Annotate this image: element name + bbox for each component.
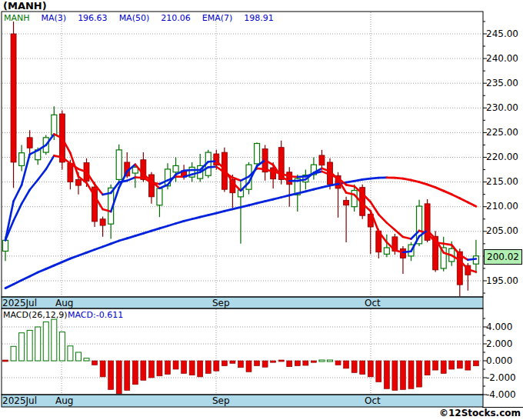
macd-bar (449, 361, 455, 369)
price-axis-label: 205.00 (486, 225, 518, 236)
macd-bar (311, 361, 316, 362)
macd-bar (27, 330, 32, 361)
candle-up (3, 240, 8, 251)
macd-bar (255, 361, 260, 366)
macd-bar (368, 361, 373, 377)
candle-down (11, 34, 16, 162)
macd-bar (473, 361, 478, 366)
candle-up (157, 188, 162, 205)
macd-bar (157, 361, 162, 376)
legend-ma50-label: MA(50) (119, 13, 150, 23)
watermark: ©12Stocks.com (439, 408, 521, 418)
macd-axis-label: -4.000 (486, 389, 516, 400)
macd-bar (189, 361, 195, 375)
price-axis-label: 240.00 (486, 53, 518, 64)
macd-bar (392, 361, 398, 391)
legend-symbol: MANH (4, 13, 30, 23)
macd-axis-label: 0.000 (486, 355, 512, 366)
macd-bar (222, 361, 227, 366)
macd-bar (68, 346, 73, 361)
macd-bar (262, 361, 268, 367)
month-label-lower: 2025Jul (2, 395, 37, 406)
macd-bar (205, 361, 211, 374)
macd-bar (319, 360, 325, 362)
month-label-upper: 2025Jul (2, 298, 37, 308)
macd-bar (43, 322, 48, 361)
macd-bar (148, 361, 154, 378)
macd-bar (335, 361, 341, 365)
macd-bar (116, 361, 122, 394)
macd-bar (376, 361, 381, 382)
macd-bar (165, 361, 171, 375)
month-label-lower: Oct (365, 395, 381, 406)
price-axis-label: 195.00 (486, 275, 518, 286)
macd-bar (425, 361, 430, 375)
macd-bar (351, 361, 357, 372)
macd-bar (132, 361, 138, 385)
month-label-upper: Sep (212, 298, 230, 308)
candle-down (148, 175, 154, 197)
month-label-upper: Aug (55, 298, 73, 308)
price-axis-label: 245.00 (486, 28, 518, 39)
current-price-tag: 200.02 (484, 249, 522, 265)
candle-up (351, 191, 357, 207)
candle-up (19, 153, 25, 166)
macd-bar (400, 361, 405, 389)
price-axis-label: 210.00 (486, 201, 518, 212)
macd-bar (238, 361, 243, 368)
candle-down (400, 248, 405, 258)
macd-bar (92, 361, 98, 365)
macd-bar (214, 361, 219, 371)
candle-up (384, 248, 389, 254)
macd-bar (465, 361, 471, 370)
macd-bar (287, 361, 292, 367)
macd-bar (125, 361, 130, 391)
price-and-macd-chart (0, 0, 523, 420)
macd-bar (246, 361, 252, 372)
candle-up (116, 150, 122, 180)
indicator-legend: MANHMA(3)196.63MA(50)210.06EMA(7)198.91 (4, 13, 285, 23)
month-label-upper: Oct (365, 298, 381, 308)
month-label-lower: Aug (55, 395, 73, 406)
macd-bar (408, 361, 414, 388)
macd-bar (59, 332, 65, 361)
macd-bar (344, 361, 349, 368)
macd-bar (141, 361, 146, 380)
macd-bar (35, 327, 41, 361)
macd-bar (75, 352, 81, 361)
macd-bar (295, 361, 300, 366)
macd-bar (328, 360, 333, 362)
macd-bar (417, 361, 422, 387)
price-axis-label: 225.00 (486, 127, 518, 138)
legend-ma3-label: MA(3) (42, 13, 67, 23)
macd-bar (52, 319, 57, 361)
candle-down (319, 155, 325, 165)
macd-bar (303, 361, 308, 365)
macd-axis-label: -2.000 (486, 372, 516, 383)
macd-bar (100, 361, 105, 377)
legend-ema7-value: 198.91 (244, 13, 274, 23)
price-axis-label: 235.00 (486, 78, 518, 88)
legend-ema7-label: EMA(7) (202, 13, 233, 23)
macd-bar (3, 360, 8, 362)
macd-current-value: MACD:-0.611 (68, 310, 123, 320)
price-axis-label: 220.00 (486, 152, 518, 162)
macd-bar (230, 361, 235, 363)
stock-chart-window: (MANH) MANHMA(3)196.63MA(50)210.06EMA(7)… (0, 0, 523, 420)
macd-bar (84, 358, 89, 361)
macd-axis-label: 2.000 (486, 338, 512, 349)
macd-bar (198, 361, 203, 377)
macd-bar (182, 361, 187, 374)
candle-down (344, 200, 349, 205)
macd-bar (19, 333, 25, 361)
candle-down (75, 179, 81, 185)
candle-up (52, 115, 57, 135)
price-axis-label: 215.00 (486, 176, 518, 187)
macd-bar (441, 361, 446, 374)
candle-down (68, 163, 73, 182)
macd-bar (457, 361, 462, 368)
candle-down (27, 138, 32, 148)
macd-axis-label: 4.000 (486, 322, 512, 332)
macd-bar (360, 361, 365, 375)
month-label-lower: Sep (212, 395, 230, 406)
